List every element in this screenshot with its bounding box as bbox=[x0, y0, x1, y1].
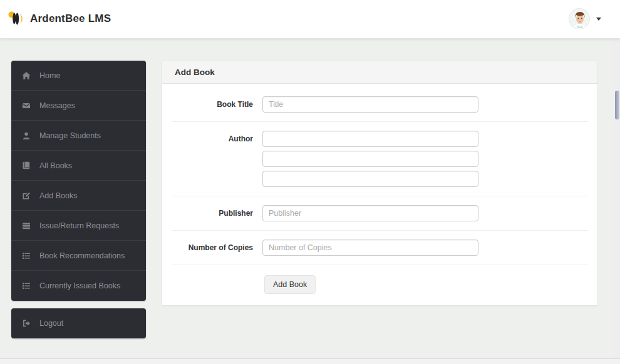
sidebar: Home Messages Manage Students All Books bbox=[11, 61, 146, 338]
divider bbox=[172, 196, 588, 196]
add-book-form: Book Title Author Publisher Number of Co… bbox=[162, 84, 597, 305]
sidebar-item-home[interactable]: Home bbox=[11, 61, 146, 91]
sidebar-item-label: Add Books bbox=[39, 191, 77, 200]
sign-out-icon bbox=[21, 319, 31, 328]
divider bbox=[172, 265, 588, 265]
scrollbar-thumb[interactable] bbox=[615, 91, 619, 119]
user-avatar bbox=[569, 8, 590, 29]
sidebar-item-label: Book Recommendations bbox=[39, 251, 125, 260]
sidebar-item-currently-issued-books[interactable]: Currently Issued Books bbox=[11, 271, 146, 301]
brand[interactable]: ArdentBee LMS bbox=[8, 10, 111, 28]
app-title: ArdentBee LMS bbox=[30, 13, 111, 25]
stacked-bars-icon bbox=[21, 221, 31, 230]
user-icon bbox=[21, 131, 31, 140]
form-group-publisher: Publisher bbox=[172, 205, 588, 221]
sidebar-nav: Home Messages Manage Students All Books bbox=[11, 61, 146, 301]
sidebar-item-manage-students[interactable]: Manage Students bbox=[11, 121, 146, 151]
divider bbox=[172, 230, 588, 231]
bee-logo-icon bbox=[8, 10, 24, 28]
author-input-3[interactable] bbox=[262, 171, 478, 187]
sidebar-item-messages[interactable]: Messages bbox=[11, 91, 146, 121]
top-header: ArdentBee LMS bbox=[0, 0, 620, 39]
author-label: Author bbox=[172, 131, 253, 143]
envelope-icon bbox=[21, 101, 31, 110]
home-icon bbox=[21, 71, 31, 80]
sidebar-logout-block: Logout bbox=[11, 308, 146, 338]
list-icon bbox=[21, 281, 31, 291]
add-book-button[interactable]: Add Book bbox=[264, 275, 316, 294]
sidebar-item-all-books[interactable]: All Books bbox=[11, 151, 146, 181]
form-group-author: Author bbox=[172, 131, 588, 187]
page-bottom-edge bbox=[0, 358, 620, 364]
sidebar-item-logout[interactable]: Logout bbox=[11, 308, 146, 338]
divider bbox=[172, 121, 588, 122]
form-actions: Add Book bbox=[264, 274, 588, 296]
chevron-down-icon bbox=[596, 18, 601, 21]
number-of-copies-input[interactable] bbox=[262, 240, 478, 256]
sidebar-item-add-books[interactable]: Add Books bbox=[11, 181, 146, 211]
publisher-input[interactable] bbox=[262, 205, 478, 221]
edit-icon bbox=[21, 191, 31, 200]
page-scrollbar[interactable] bbox=[614, 39, 620, 364]
user-dropdown[interactable] bbox=[569, 8, 601, 29]
panel-title: Add Book bbox=[162, 61, 597, 84]
sidebar-item-label: Logout bbox=[39, 319, 63, 328]
sidebar-item-label: Issue/Return Requests bbox=[39, 221, 119, 230]
sidebar-item-label: Home bbox=[39, 71, 60, 80]
book-title-label: Book Title bbox=[172, 96, 253, 109]
sidebar-item-label: Messages bbox=[39, 101, 75, 110]
book-icon bbox=[21, 161, 31, 170]
form-group-book-title: Book Title bbox=[172, 96, 588, 113]
sidebar-item-book-recommendations[interactable]: Book Recommendations bbox=[11, 241, 146, 271]
list-icon bbox=[21, 251, 31, 260]
add-book-panel: Add Book Book Title Author Publisher bbox=[162, 61, 598, 306]
sidebar-item-label: All Books bbox=[39, 161, 72, 170]
sidebar-item-label: Currently Issued Books bbox=[39, 281, 120, 290]
book-title-input[interactable] bbox=[262, 96, 478, 113]
number-of-copies-label: Number of Copies bbox=[172, 240, 253, 252]
form-group-number-of-copies: Number of Copies bbox=[172, 240, 588, 256]
author-input-1[interactable] bbox=[262, 131, 478, 147]
publisher-label: Publisher bbox=[172, 205, 253, 218]
sidebar-item-label: Manage Students bbox=[39, 131, 101, 140]
author-input-2[interactable] bbox=[262, 151, 478, 167]
sidebar-item-issue-return-requests[interactable]: Issue/Return Requests bbox=[11, 211, 146, 241]
